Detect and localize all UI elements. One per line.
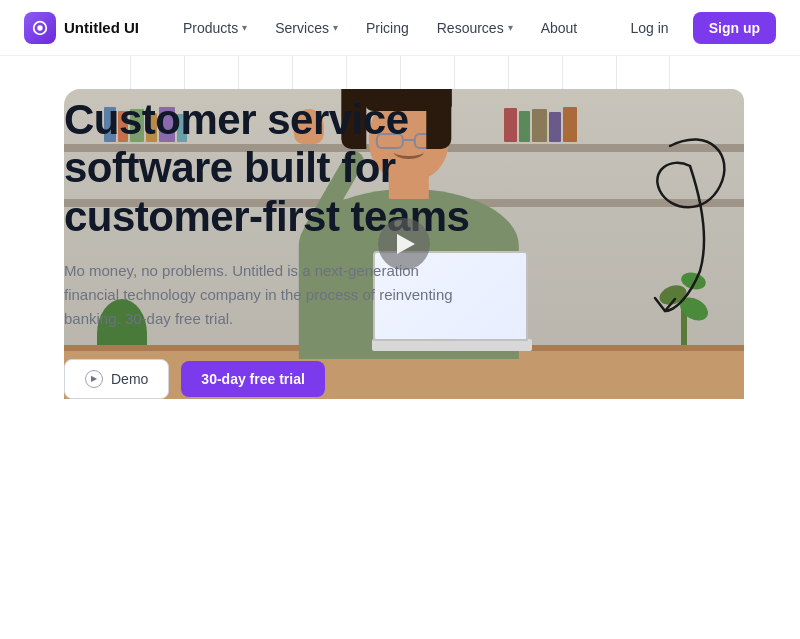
login-button[interactable]: Log in <box>615 12 685 44</box>
signup-button[interactable]: Sign up <box>693 12 776 44</box>
nav-services-label: Services <box>275 20 329 36</box>
play-icon: ▶ <box>85 370 103 388</box>
nav-resources[interactable]: Resources ▾ <box>425 14 525 42</box>
logo-text: Untitled UI <box>64 19 139 36</box>
nav-products-label: Products <box>183 20 238 36</box>
hero-title: Customer service software built for cust… <box>64 96 584 241</box>
nav-actions: Log in Sign up <box>615 12 776 44</box>
hero-section: Customer service software built for cust… <box>0 56 800 639</box>
hero-content-area: Customer service software built for cust… <box>0 56 800 399</box>
nav-links: Products ▾ Services ▾ Pricing Resources … <box>171 14 615 42</box>
nav-about[interactable]: About <box>529 14 590 42</box>
nav-products[interactable]: Products ▾ <box>171 14 259 42</box>
navbar: Untitled UI Products ▾ Services ▾ Pricin… <box>0 0 800 56</box>
trial-button[interactable]: 30-day free trial <box>181 361 325 397</box>
chevron-down-icon: ▾ <box>242 22 247 33</box>
nav-pricing[interactable]: Pricing <box>354 14 421 42</box>
nav-resources-label: Resources <box>437 20 504 36</box>
svg-point-1 <box>37 25 42 30</box>
hero-buttons: ▶ Demo 30-day free trial <box>64 359 584 399</box>
chevron-down-icon: ▾ <box>508 22 513 33</box>
demo-button[interactable]: ▶ Demo <box>64 359 169 399</box>
logo[interactable]: Untitled UI <box>24 12 139 44</box>
chevron-down-icon: ▾ <box>333 22 338 33</box>
play-button[interactable] <box>378 218 430 270</box>
play-triangle-icon <box>397 234 415 254</box>
nav-pricing-label: Pricing <box>366 20 409 36</box>
nav-services[interactable]: Services ▾ <box>263 14 350 42</box>
demo-label: Demo <box>111 371 148 387</box>
logo-icon <box>24 12 56 44</box>
nav-about-label: About <box>541 20 578 36</box>
hero-text: Customer service software built for cust… <box>64 96 584 399</box>
